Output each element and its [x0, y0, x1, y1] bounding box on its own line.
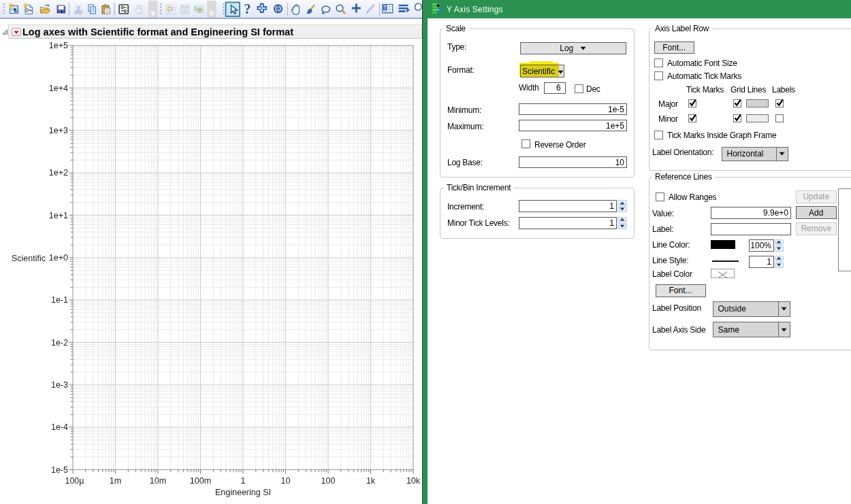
svg-text:100m: 100m — [190, 476, 211, 486]
svg-text:1e+5: 1e+5 — [49, 41, 68, 50]
svg-text:?: ? — [244, 1, 251, 16]
svg-text:1k: 1k — [366, 476, 376, 486]
svg-text:Engineering SI: Engineering SI — [215, 488, 271, 497]
svg-text:10: 10 — [281, 476, 291, 486]
svg-text:1e-2: 1e-2 — [51, 338, 68, 348]
svg-text:10k: 10k — [406, 476, 421, 486]
svg-text:100µ: 100µ — [65, 476, 84, 486]
svg-text:1: 1 — [241, 476, 246, 486]
svg-text:1e+1: 1e+1 — [49, 211, 68, 220]
svg-text:100: 100 — [321, 476, 336, 486]
svg-text:1m: 1m — [110, 476, 121, 486]
svg-text:1e-1: 1e-1 — [51, 295, 68, 305]
svg-text:1e-3: 1e-3 — [51, 380, 68, 390]
svg-text:1e-4: 1e-4 — [51, 422, 68, 432]
svg-text:1e+0: 1e+0 — [49, 253, 68, 263]
svg-text:1e-5: 1e-5 — [51, 465, 68, 475]
svg-text:1e+3: 1e+3 — [49, 126, 68, 135]
svg-text:Scientific: Scientific — [12, 254, 46, 263]
svg-text:10m: 10m — [150, 476, 166, 486]
svg-text:1e+2: 1e+2 — [49, 168, 68, 178]
svg-text:1e+4: 1e+4 — [49, 84, 68, 93]
